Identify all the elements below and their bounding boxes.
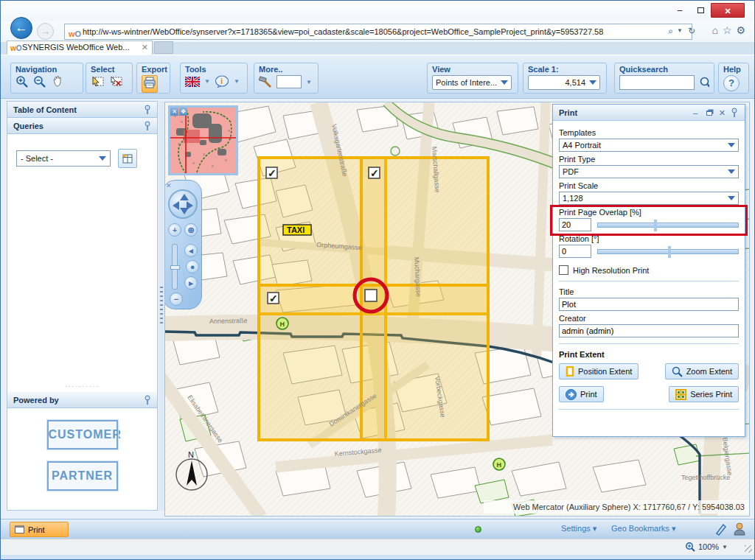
back-button[interactable]: ← xyxy=(10,17,32,39)
settings-gear-icon[interactable]: ⚙ xyxy=(736,24,750,36)
panel-float-icon[interactable] xyxy=(706,108,712,118)
quicksearch-button-icon[interactable] xyxy=(699,76,709,89)
browser-toolbar-icons[interactable]: ⌂☆⚙ xyxy=(711,24,750,36)
map-navigation-widget[interactable]: ✕ + ⊕ ◂ ● ▸ − xyxy=(164,180,202,309)
address-bar[interactable]: wO http://w-ws-wintner/WebOffice/synserv… xyxy=(64,24,692,40)
panel-minimize-icon[interactable]: – xyxy=(693,108,697,118)
select-tool-icon[interactable] xyxy=(91,75,105,88)
panel-splitter-handle[interactable]: ·········· xyxy=(7,385,157,391)
navwidget-close-icon[interactable]: ✕ xyxy=(166,182,172,189)
address-dropdown-icon[interactable]: ▼ xyxy=(677,24,683,40)
powered-by-label: Powered by xyxy=(13,396,59,405)
zoom-dropdown-icon[interactable]: ▼ xyxy=(722,544,728,550)
print-panel-header[interactable]: Print – ✕ xyxy=(553,105,745,121)
high-resolution-checkbox[interactable] xyxy=(559,265,568,275)
favorites-icon[interactable]: ☆ xyxy=(723,24,737,36)
zoom-slider-thumb[interactable] xyxy=(170,265,180,270)
pin-icon[interactable] xyxy=(143,395,152,405)
zoom-in-button[interactable]: + xyxy=(168,223,181,237)
print-task-button[interactable]: Print xyxy=(10,522,69,537)
info-dropdown-icon[interactable]: ▼ xyxy=(234,78,240,85)
panel-pin-icon[interactable] xyxy=(730,108,739,118)
clear-selection-icon[interactable]: ✕ xyxy=(109,75,123,88)
tab-close-icon[interactable]: ✕ xyxy=(142,41,148,54)
browser-zoom-control[interactable]: 100% ▼ xyxy=(685,542,728,552)
search-icon[interactable]: ⌕ xyxy=(668,24,673,40)
home-icon[interactable]: ⌂ xyxy=(711,24,722,36)
overlap-slider-thumb[interactable] xyxy=(654,220,657,231)
pan-up-icon[interactable] xyxy=(180,194,189,200)
rotation-slider-thumb[interactable] xyxy=(668,246,671,258)
pan-hand-icon[interactable] xyxy=(51,75,64,88)
svg-text:H: H xyxy=(497,461,502,469)
panel-close-icon[interactable]: ✕ xyxy=(719,108,726,118)
window-resize-grip[interactable] xyxy=(745,545,752,553)
position-extent-button[interactable]: Position Extent xyxy=(559,363,639,379)
rotation-input[interactable] xyxy=(559,245,591,258)
templates-select[interactable]: A4 Portrait xyxy=(559,139,739,152)
group-navigation: Navigation xyxy=(10,63,83,94)
window-maximize-button[interactable] xyxy=(691,3,710,18)
user-icon[interactable] xyxy=(733,522,746,536)
creator-input[interactable] xyxy=(559,324,739,337)
pin-icon[interactable] xyxy=(143,105,152,115)
group-help: Help ? xyxy=(718,63,749,94)
zoom-slider[interactable] xyxy=(172,244,178,290)
overview-close-icon[interactable]: ✕ xyxy=(170,108,178,116)
zoom-out-button[interactable]: − xyxy=(170,293,183,306)
language-flag-icon[interactable] xyxy=(185,77,200,87)
info-tool-icon[interactable]: i xyxy=(215,75,229,88)
partner-logo[interactable]: PARTNER xyxy=(47,461,118,491)
title-input[interactable] xyxy=(559,298,739,311)
more-tools-dropdown[interactable] xyxy=(276,75,302,88)
query-definition-button[interactable] xyxy=(118,149,137,168)
refresh-icon[interactable]: ↻ xyxy=(688,24,695,40)
print-scale-select[interactable]: 1,128 xyxy=(559,192,739,205)
overview-map[interactable]: ✕ ✥ xyxy=(168,105,238,175)
prev-extent-button[interactable]: ◂ xyxy=(184,244,198,257)
new-tab-stub[interactable] xyxy=(154,41,173,54)
zoom-out-icon[interactable] xyxy=(33,75,46,88)
help-button[interactable]: ? xyxy=(723,75,740,91)
window-minimize-button[interactable]: – xyxy=(670,3,689,18)
customer-logo[interactable]: CUSTOMER xyxy=(47,420,118,449)
flag-dropdown-icon[interactable]: ▼ xyxy=(204,78,210,85)
overlap-input[interactable] xyxy=(559,218,591,231)
geo-bookmarks-menu[interactable]: Geo Bookmarks ▾ xyxy=(611,524,675,533)
zoom-in-icon[interactable] xyxy=(15,75,29,88)
redline-pen-icon[interactable] xyxy=(714,522,728,536)
pan-right-icon[interactable] xyxy=(187,201,193,210)
quicksearch-input[interactable] xyxy=(619,75,695,90)
pin-icon[interactable] xyxy=(143,121,152,131)
overview-move-icon[interactable]: ✥ xyxy=(179,108,187,116)
queries-panel-header[interactable]: Queries xyxy=(7,118,157,134)
toc-panel-header[interactable]: Table of Content xyxy=(7,102,157,118)
print-tool-active-highlight[interactable] xyxy=(142,75,158,93)
window-close-button[interactable]: ✕ xyxy=(711,3,745,18)
overlap-slider[interactable] xyxy=(597,223,739,228)
direction-pad[interactable] xyxy=(168,189,198,219)
rotation-slider[interactable] xyxy=(597,249,739,254)
series-print-button[interactable]: Series Print xyxy=(669,386,739,402)
print-export-icon[interactable] xyxy=(143,77,156,88)
settings-menu[interactable]: Settings ▾ xyxy=(561,524,596,533)
more-dropdown-icon[interactable]: ▼ xyxy=(306,79,312,85)
forward-button[interactable]: → xyxy=(37,23,54,40)
pan-left-icon[interactable] xyxy=(173,201,179,210)
sidebar-map-splitter[interactable] xyxy=(159,101,164,511)
powered-by-header[interactable]: Powered by xyxy=(7,392,157,408)
tools-hammer-icon[interactable] xyxy=(259,76,272,88)
full-extent-button[interactable]: ⊕ xyxy=(184,223,198,237)
browser-tab[interactable]: wO SYNERGIS WebOffice Web... ✕ xyxy=(7,41,153,55)
page4-checkbox[interactable] xyxy=(365,290,377,301)
query-select[interactable]: - Select - xyxy=(16,150,111,167)
print-button[interactable]: Print xyxy=(559,386,604,402)
view-select[interactable]: Points of Intere... xyxy=(432,75,512,90)
overlap-label: Print Page Overlap [%] xyxy=(559,208,739,217)
scale-select[interactable]: 4,514 xyxy=(528,75,600,90)
print-type-select[interactable]: PDF xyxy=(559,165,739,178)
next-extent-button[interactable]: ▸ xyxy=(184,276,198,290)
center-button[interactable]: ● xyxy=(186,260,199,273)
zoom-extent-button[interactable]: Zoom Extent xyxy=(665,363,739,379)
app-status-bar: Print Settings ▾ Geo Bookmarks ▾ xyxy=(1,519,754,539)
